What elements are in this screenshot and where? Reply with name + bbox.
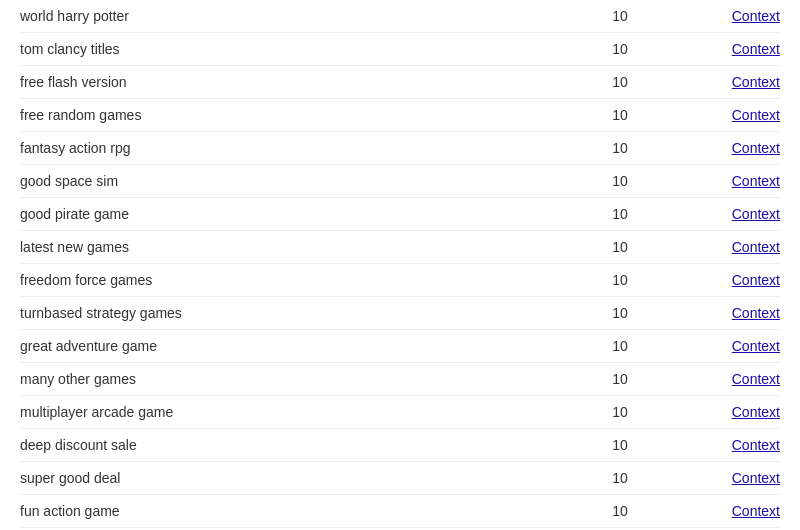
table-row: free random games10Context bbox=[20, 99, 780, 132]
count-cell: 10 bbox=[580, 470, 660, 486]
count-cell: 10 bbox=[580, 173, 660, 189]
keyword-cell: world harry potter bbox=[20, 8, 580, 24]
context-cell[interactable]: Context bbox=[660, 437, 780, 453]
count-cell: 10 bbox=[580, 41, 660, 57]
table-row: latest new games10Context bbox=[20, 231, 780, 264]
table-row: freedom force games10Context bbox=[20, 264, 780, 297]
context-cell[interactable]: Context bbox=[660, 8, 780, 24]
table-row: many other games10Context bbox=[20, 363, 780, 396]
keyword-cell: multiplayer arcade game bbox=[20, 404, 580, 420]
count-cell: 10 bbox=[580, 404, 660, 420]
table-row: great adventure game10Context bbox=[20, 330, 780, 363]
context-link[interactable]: Context bbox=[732, 173, 780, 189]
context-link[interactable]: Context bbox=[732, 371, 780, 387]
count-cell: 10 bbox=[580, 371, 660, 387]
table-row: turnbased strategy games10Context bbox=[20, 297, 780, 330]
context-cell[interactable]: Context bbox=[660, 338, 780, 354]
context-link[interactable]: Context bbox=[732, 437, 780, 453]
context-cell[interactable]: Context bbox=[660, 107, 780, 123]
context-cell[interactable]: Context bbox=[660, 470, 780, 486]
context-cell[interactable]: Context bbox=[660, 74, 780, 90]
context-cell[interactable]: Context bbox=[660, 371, 780, 387]
keyword-cell: latest new games bbox=[20, 239, 580, 255]
count-cell: 10 bbox=[580, 305, 660, 321]
table-row: super good deal10Context bbox=[20, 462, 780, 495]
table-row: deep discount sale10Context bbox=[20, 429, 780, 462]
context-link[interactable]: Context bbox=[732, 140, 780, 156]
keyword-cell: deep discount sale bbox=[20, 437, 580, 453]
context-link[interactable]: Context bbox=[732, 107, 780, 123]
count-cell: 10 bbox=[580, 74, 660, 90]
table-row: fantasy action rpg10Context bbox=[20, 132, 780, 165]
context-cell[interactable]: Context bbox=[660, 173, 780, 189]
keyword-cell: free flash version bbox=[20, 74, 580, 90]
count-cell: 10 bbox=[580, 338, 660, 354]
keyword-cell: free random games bbox=[20, 107, 580, 123]
count-cell: 10 bbox=[580, 503, 660, 519]
keyword-cell: super good deal bbox=[20, 470, 580, 486]
count-cell: 10 bbox=[580, 272, 660, 288]
context-link[interactable]: Context bbox=[732, 239, 780, 255]
keyword-cell: good pirate game bbox=[20, 206, 580, 222]
keyword-cell: many other games bbox=[20, 371, 580, 387]
table-row: good pirate game10Context bbox=[20, 198, 780, 231]
context-link[interactable]: Context bbox=[732, 74, 780, 90]
keyword-cell: fun action game bbox=[20, 503, 580, 519]
context-link[interactable]: Context bbox=[732, 305, 780, 321]
keyword-cell: good space sim bbox=[20, 173, 580, 189]
context-cell[interactable]: Context bbox=[660, 41, 780, 57]
context-cell[interactable]: Context bbox=[660, 206, 780, 222]
context-link[interactable]: Context bbox=[732, 272, 780, 288]
count-cell: 10 bbox=[580, 437, 660, 453]
table-row: world harry potter10Context bbox=[20, 0, 780, 33]
context-link[interactable]: Context bbox=[732, 8, 780, 24]
context-link[interactable]: Context bbox=[732, 503, 780, 519]
table-row: multiplayer arcade game10Context bbox=[20, 396, 780, 429]
context-link[interactable]: Context bbox=[732, 338, 780, 354]
context-link[interactable]: Context bbox=[732, 41, 780, 57]
keyword-cell: tom clancy titles bbox=[20, 41, 580, 57]
context-link[interactable]: Context bbox=[732, 470, 780, 486]
context-cell[interactable]: Context bbox=[660, 272, 780, 288]
table-row: tom clancy titles10Context bbox=[20, 33, 780, 66]
table-row: fun action game10Context bbox=[20, 495, 780, 528]
table-row: good space sim10Context bbox=[20, 165, 780, 198]
keyword-cell: fantasy action rpg bbox=[20, 140, 580, 156]
context-cell[interactable]: Context bbox=[660, 404, 780, 420]
keyword-cell: turnbased strategy games bbox=[20, 305, 580, 321]
context-link[interactable]: Context bbox=[732, 404, 780, 420]
keyword-cell: freedom force games bbox=[20, 272, 580, 288]
context-cell[interactable]: Context bbox=[660, 305, 780, 321]
keywords-table: world harry potter10Contexttom clancy ti… bbox=[0, 0, 800, 530]
count-cell: 10 bbox=[580, 8, 660, 24]
context-link[interactable]: Context bbox=[732, 206, 780, 222]
count-cell: 10 bbox=[580, 206, 660, 222]
count-cell: 10 bbox=[580, 140, 660, 156]
count-cell: 10 bbox=[580, 107, 660, 123]
context-cell[interactable]: Context bbox=[660, 503, 780, 519]
count-cell: 10 bbox=[580, 239, 660, 255]
context-cell[interactable]: Context bbox=[660, 239, 780, 255]
keyword-cell: great adventure game bbox=[20, 338, 580, 354]
context-cell[interactable]: Context bbox=[660, 140, 780, 156]
table-row: free flash version10Context bbox=[20, 66, 780, 99]
